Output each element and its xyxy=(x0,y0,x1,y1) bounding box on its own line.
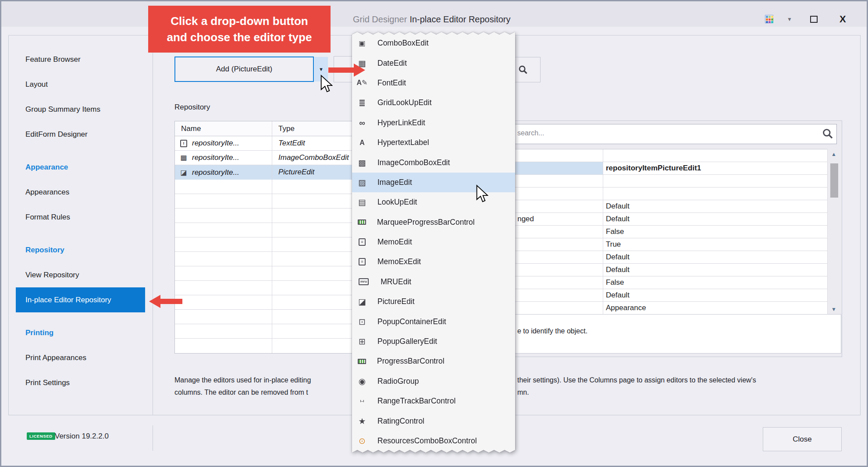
menu-item-radiogroup[interactable]: ◉ RadioGroup xyxy=(352,371,515,391)
property-value xyxy=(603,188,827,200)
search-icon xyxy=(518,65,528,74)
menu-item-label: DateEdit xyxy=(377,59,407,68)
menu-item-marqueeprogressbarcontrol[interactable]: MarqueeProgressBarControl xyxy=(352,212,515,232)
sidebar-item-layout[interactable]: Layout xyxy=(9,72,153,97)
licensed-badge: LICENSED xyxy=(27,432,55,440)
empty-table-row[interactable] xyxy=(175,194,358,209)
range-trackbar-icon: I–I xyxy=(356,400,368,403)
sidebar-item-view-repository[interactable]: View Repository xyxy=(9,262,153,287)
menu-item-memoedit[interactable]: ≡ MemoEdit xyxy=(352,232,515,252)
repository-label: Repository xyxy=(174,103,210,112)
scroll-down-icon[interactable]: ▼ xyxy=(831,306,836,312)
menu-item-lookupedit[interactable]: ▤ LookUpEdit xyxy=(352,192,515,212)
sidebar-item-format-rules[interactable]: Format Rules xyxy=(9,205,153,230)
image-combobox-edit-icon: ▩ xyxy=(356,159,368,167)
search-icon[interactable] xyxy=(822,128,833,141)
empty-table-row[interactable] xyxy=(175,281,358,295)
repository-item-name: repositoryIte... xyxy=(192,153,239,162)
footer-divider xyxy=(153,425,153,451)
property-value: repositoryItemPictureEdit1 xyxy=(603,162,827,174)
property-grid-scrollbar[interactable]: ▲ ▼ xyxy=(827,149,840,315)
column-header-type[interactable]: Type xyxy=(272,121,358,136)
resources-combobox-icon: ⊙ xyxy=(356,437,368,445)
sidebar-heading-appearance: Appearance xyxy=(9,155,153,180)
repository-item-name: repositoryIte... xyxy=(192,139,239,148)
repository-item-type: PictureEdit xyxy=(272,165,358,180)
empty-table-row[interactable] xyxy=(175,209,358,223)
memoex-edit-icon: ≡ xyxy=(359,258,366,265)
menu-item-label: HyperLinkEdit xyxy=(377,118,425,127)
table-row[interactable]: I repositoryIte... TextEdit xyxy=(175,136,358,151)
menu-item-rangetrackbarcontrol[interactable]: I–I RangeTrackBarControl xyxy=(352,391,515,411)
help-text-line2-left: columns. The editor can be removed from … xyxy=(174,389,308,396)
sidebar-item-feature-browser[interactable]: Feature Browser xyxy=(9,47,153,72)
empty-table-row[interactable] xyxy=(175,252,358,266)
scroll-up-icon[interactable]: ▲ xyxy=(831,151,836,157)
empty-table-row[interactable] xyxy=(175,180,358,194)
empty-table-row[interactable] xyxy=(175,339,358,353)
scrollbar-thumb[interactable] xyxy=(830,163,838,198)
add-picture-edit-button[interactable]: Add (PictureEdit) xyxy=(174,57,314,82)
menu-item-dateedit[interactable]: ▦ DateEdit xyxy=(352,53,515,73)
sidebar-item-in-place-editor-repository[interactable]: In-place Editor Repository xyxy=(16,287,145,312)
font-edit-icon: A✎ xyxy=(356,79,368,86)
menu-item-label: ProgressBarControl xyxy=(377,357,445,366)
menu-item-progressbarcontrol[interactable]: ProgressBarControl xyxy=(352,351,515,371)
menu-item-popupgalleryedit[interactable]: ⊞ PopupGalleryEdit xyxy=(352,332,515,351)
theme-palette-icon[interactable] xyxy=(765,15,773,23)
maximize-icon[interactable] xyxy=(810,16,818,23)
empty-table-row[interactable] xyxy=(175,324,358,339)
sidebar-item-editform-designer[interactable]: EditForm Designer xyxy=(9,122,153,147)
empty-table-row[interactable] xyxy=(175,237,358,252)
add-button-label: Add (PictureEdit) xyxy=(216,65,273,74)
marquee-progressbar-icon xyxy=(358,219,366,225)
property-value: Default xyxy=(603,213,827,225)
grid-lookup-edit-icon: ≣ xyxy=(356,99,368,107)
sidebar-item-appearances[interactable]: Appearances xyxy=(9,180,153,205)
table-row[interactable]: ◪ repositoryIte... PictureEdit xyxy=(175,165,358,180)
mouse-cursor-on-dropdown xyxy=(320,74,333,94)
menu-item-imagecomboboxedit[interactable]: ▩ ImageComboBoxEdit xyxy=(352,152,515,172)
menu-item-comboboxedit[interactable]: ▣ ComboBoxEdit xyxy=(352,33,515,53)
empty-table-row[interactable] xyxy=(175,310,358,324)
menu-item-label: MemoEdit xyxy=(377,237,412,247)
theme-dropdown-icon[interactable]: ▼ xyxy=(787,16,792,22)
sidebar-item-group-summary-items[interactable]: Group Summary Items xyxy=(9,97,153,122)
menu-item-hypertextlabel[interactable]: A HypertextLabel xyxy=(352,133,515,152)
callout-line1: Click a drop-down button xyxy=(171,13,308,29)
repository-item-type: ImageComboBoxEdit xyxy=(272,151,358,165)
version-text: Version 19.2.2.0 xyxy=(55,432,109,441)
combobox-edit-icon: ▣ xyxy=(356,40,368,47)
menu-item-imageedit[interactable]: ▨ ImageEdit xyxy=(352,173,515,192)
sidebar-item-print-appearances[interactable]: Print Appearances xyxy=(9,345,153,370)
sidebar-item-print-settings[interactable]: Print Settings xyxy=(9,370,153,395)
column-header-name[interactable]: Name xyxy=(175,121,272,136)
menu-item-pictureedit[interactable]: ◪ PictureEdit xyxy=(352,292,515,311)
menu-item-label: PopupContainerEdit xyxy=(377,317,446,326)
table-row[interactable]: ▩ repositoryIte... ImageComboBoxEdit xyxy=(175,151,358,165)
property-value: True xyxy=(603,238,827,251)
image-edit-icon: ▨ xyxy=(356,178,368,187)
menu-item-gridlookupedit[interactable]: ≣ GridLookUpEdit xyxy=(352,93,515,113)
menu-item-resourcescomboboxcontrol[interactable]: ⊙ ResourcesComboBoxControl xyxy=(352,431,515,451)
mru-edit-icon: mru xyxy=(359,278,369,285)
close-button[interactable]: Close xyxy=(763,427,842,451)
close-icon[interactable]: X xyxy=(840,14,846,25)
title-prefix: Grid Designer xyxy=(353,14,407,24)
menu-item-fontedit[interactable]: A✎ FontEdit xyxy=(352,73,515,93)
menu-item-memoexedit[interactable]: ≡ MemoExEdit xyxy=(352,252,515,272)
empty-table-row[interactable] xyxy=(175,223,358,237)
menu-item-hyperlinkedit[interactable]: ∞ HyperLinkEdit xyxy=(352,113,515,133)
menu-item-mruedit[interactable]: mru MRUEdit xyxy=(352,272,515,292)
menu-item-ratingcontrol[interactable]: ★ RatingControl xyxy=(352,411,515,431)
picture-edit-icon: ◪ xyxy=(178,169,189,176)
text-edit-icon: I xyxy=(180,140,187,147)
annotation-arrow-to-menu xyxy=(328,64,365,77)
empty-table-row[interactable] xyxy=(175,266,358,281)
menu-item-label: ResourcesComboBoxControl xyxy=(377,436,477,446)
sidebar-nav: Feature Browser Layout Group Summary Ite… xyxy=(9,35,153,415)
editor-type-dropdown-menu: ▣ ComboBoxEdit ▦ DateEdit A✎ FontEdit ≣ … xyxy=(352,32,515,453)
empty-table-row[interactable] xyxy=(175,295,358,310)
menu-item-popupcontaineredit[interactable]: ⊡ PopupContainerEdit xyxy=(352,311,515,331)
window-title: Grid DesignerIn-place Editor Repository xyxy=(353,14,511,25)
